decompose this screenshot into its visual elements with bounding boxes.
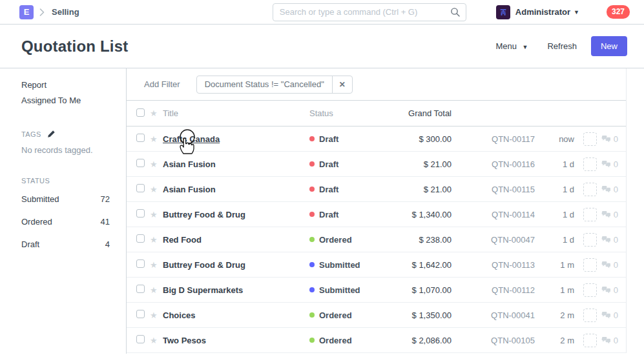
table-row[interactable]: ★ Asian Fusion Draft $ 21.00 QTN-00115 1…: [127, 177, 626, 202]
assignment-box[interactable]: [583, 183, 597, 196]
row-document-name: QTN-00115: [452, 185, 535, 194]
row-title-link[interactable]: Buttrey Food & Drug: [163, 260, 245, 270]
star-icon[interactable]: ★: [150, 159, 163, 169]
status-filter-draft[interactable]: Draft 4: [21, 237, 110, 252]
status-dot-icon: [309, 237, 315, 242]
status-filter-count: 41: [101, 214, 110, 230]
row-document-name: QTN-00114: [452, 210, 535, 219]
app-logo[interactable]: E: [19, 5, 34, 19]
row-status: Ordered: [309, 336, 387, 345]
assignment-box[interactable]: [583, 283, 597, 297]
global-search: [273, 3, 466, 21]
search-input[interactable]: [273, 3, 466, 21]
breadcrumb-chevron-icon: [39, 8, 45, 16]
add-filter-button[interactable]: Add Filter: [144, 79, 180, 89]
comment-icon: [601, 286, 611, 294]
row-title-link[interactable]: Big D Supermarkets: [163, 285, 243, 295]
list-sidebar: Report Assigned To Me TAGS No records ta…: [0, 68, 127, 354]
assignment-box[interactable]: [583, 132, 597, 146]
row-title-link[interactable]: Choices: [163, 310, 196, 320]
row-title-link[interactable]: Asian Fusion: [163, 185, 216, 194]
tags-heading: TAGS: [21, 130, 110, 138]
row-title-link[interactable]: Asian Fusion: [163, 159, 216, 169]
star-icon[interactable]: ★: [150, 235, 163, 245]
table-row[interactable]: ★ Crafts Canada Draft $ 300.00 QTN-00117…: [127, 127, 626, 152]
status-filter-ordered[interactable]: Ordered 41: [21, 214, 110, 230]
row-checkbox[interactable]: [136, 159, 145, 167]
user-menu[interactable]: Administrator ▼: [496, 5, 579, 19]
row-status: Submitted: [309, 285, 387, 295]
table-row[interactable]: ★ Choices Ordered $ 1,350.00 QTN-00041 2…: [127, 303, 626, 328]
comment-icon: [601, 185, 611, 194]
caret-down-icon: ▼: [574, 9, 579, 15]
row-title-link[interactable]: Two Pesos: [163, 336, 206, 345]
assignment-box[interactable]: [583, 334, 597, 347]
assignment-box[interactable]: [583, 258, 597, 272]
table-row[interactable]: ★ Two Pesos Ordered $ 2,086.00 QTN-00105…: [127, 328, 626, 353]
table-row[interactable]: ★ Buttrey Food & Drug Submitted $ 1,642.…: [127, 252, 626, 278]
comment-icon: [601, 261, 611, 269]
column-header-grand-total: Grand Total: [387, 108, 452, 118]
row-checkbox[interactable]: [136, 134, 145, 142]
row-document-name: QTN-00112: [452, 285, 535, 295]
navbar: E Selling Administrator ▼ 327: [0, 0, 644, 25]
comment-icon: [601, 311, 611, 320]
star-icon[interactable]: ★: [150, 210, 163, 219]
new-button[interactable]: New: [591, 36, 627, 56]
table-row[interactable]: ★ Red Food Ordered $ 238.00 QTN-00047 1 …: [127, 227, 626, 252]
row-document-name: QTN-00116: [452, 159, 535, 169]
row-checkbox[interactable]: [136, 285, 145, 293]
comment-count: 0: [597, 185, 618, 194]
comment-count: 0: [597, 310, 618, 320]
tags-empty-text: No records tagged.: [21, 145, 110, 155]
star-icon[interactable]: ★: [150, 310, 163, 320]
assignment-box[interactable]: [583, 309, 597, 322]
table-row[interactable]: ★ Big D Supermarkets Submitted $ 1,070.0…: [127, 278, 626, 303]
row-title-link[interactable]: Crafts Canada: [163, 134, 220, 144]
star-icon[interactable]: ★: [150, 260, 163, 270]
sidebar-item-report[interactable]: Report: [21, 77, 110, 93]
select-all-checkbox[interactable]: [136, 108, 145, 117]
star-icon[interactable]: ★: [150, 185, 163, 194]
row-checkbox[interactable]: [136, 259, 145, 268]
status-dot-icon: [309, 136, 315, 141]
row-modified-time: 2 m: [535, 336, 574, 345]
row-checkbox[interactable]: [136, 184, 145, 192]
row-checkbox[interactable]: [136, 310, 145, 318]
sidebar-item-assigned-to-me[interactable]: Assigned To Me: [21, 93, 110, 108]
row-title-link[interactable]: Buttrey Food & Drug: [163, 210, 245, 219]
notifications-badge[interactable]: 327: [607, 5, 630, 19]
row-title-link[interactable]: Red Food: [163, 235, 202, 245]
row-grand-total: $ 1,642.00: [387, 260, 452, 270]
filter-chip-label[interactable]: Document Status != "Cancelled": [197, 76, 333, 93]
comment-icon: [601, 336, 611, 345]
menu-button[interactable]: Menu ▼: [495, 41, 528, 51]
comment-count: 0: [597, 285, 618, 295]
remove-filter-icon[interactable]: ✕: [333, 76, 352, 93]
star-icon[interactable]: ★: [150, 336, 163, 345]
star-icon[interactable]: ★: [150, 134, 163, 144]
user-avatar-icon: [496, 5, 510, 19]
status-filter-submitted[interactable]: Submitted 72: [21, 192, 110, 207]
table-row[interactable]: ★ Asian Fusion Draft $ 21.00 QTN-00116 1…: [127, 152, 626, 177]
status-filter-label: Submitted: [21, 192, 59, 207]
edit-tags-pencil-icon[interactable]: [47, 130, 56, 138]
row-checkbox[interactable]: [136, 209, 145, 218]
row-checkbox[interactable]: [136, 234, 145, 243]
status-dot-icon: [309, 312, 315, 318]
assignment-box[interactable]: [583, 233, 597, 247]
breadcrumb-selling[interactable]: Selling: [52, 7, 79, 17]
table-row[interactable]: ★ Buttrey Food & Drug Draft $ 1,340.00 Q…: [127, 202, 626, 227]
assignment-box[interactable]: [583, 208, 597, 221]
row-checkbox[interactable]: [136, 335, 145, 343]
row-grand-total: $ 2,086.00: [387, 336, 452, 345]
comment-icon: [601, 236, 611, 244]
filter-bar: Add Filter Document Status != "Cancelled…: [127, 68, 626, 101]
liked-by-star-icon[interactable]: ★: [150, 108, 163, 118]
refresh-button[interactable]: Refresh: [547, 41, 577, 51]
comment-count: 0: [597, 134, 618, 144]
row-document-name: QTN-00113: [452, 260, 535, 270]
star-icon[interactable]: ★: [150, 285, 163, 295]
assignment-box[interactable]: [583, 157, 597, 171]
row-document-name: QTN-00105: [452, 336, 535, 345]
